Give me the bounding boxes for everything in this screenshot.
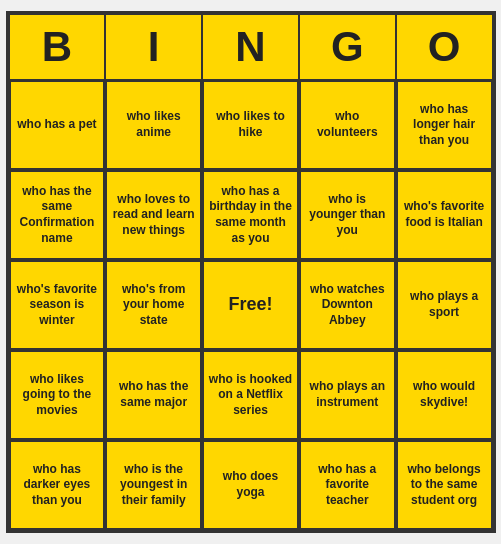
bingo-cell-11[interactable]: who's from your home state [105, 260, 202, 350]
bingo-letter-I: I [105, 14, 202, 80]
bingo-cell-18[interactable]: who plays an instrument [299, 350, 396, 440]
bingo-grid: who has a petwho likes animewho likes to… [9, 80, 493, 530]
bingo-cell-15[interactable]: who likes going to the movies [9, 350, 106, 440]
bingo-cell-12[interactable]: Free! [202, 260, 299, 350]
bingo-cell-1[interactable]: who likes anime [105, 80, 202, 170]
bingo-cell-7[interactable]: who has a birthday in the same month as … [202, 170, 299, 260]
bingo-letter-O: O [396, 14, 493, 80]
bingo-cell-4[interactable]: who has longer hair than you [396, 80, 493, 170]
bingo-cell-3[interactable]: who volunteers [299, 80, 396, 170]
bingo-letter-N: N [202, 14, 299, 80]
bingo-cell-13[interactable]: who watches Downton Abbey [299, 260, 396, 350]
bingo-cell-2[interactable]: who likes to hike [202, 80, 299, 170]
bingo-cell-17[interactable]: who is hooked on a Netflix series [202, 350, 299, 440]
bingo-cell-20[interactable]: who has darker eyes than you [9, 440, 106, 530]
bingo-cell-14[interactable]: who plays a sport [396, 260, 493, 350]
bingo-cell-8[interactable]: who is younger than you [299, 170, 396, 260]
bingo-cell-5[interactable]: who has the same Confirmation name [9, 170, 106, 260]
bingo-cell-21[interactable]: who is the youngest in their family [105, 440, 202, 530]
bingo-cell-22[interactable]: who does yoga [202, 440, 299, 530]
bingo-cell-24[interactable]: who belongs to the same student org [396, 440, 493, 530]
bingo-cell-6[interactable]: who loves to read and learn new things [105, 170, 202, 260]
bingo-cell-23[interactable]: who has a favorite teacher [299, 440, 396, 530]
bingo-card: BINGO who has a petwho likes animewho li… [6, 11, 496, 533]
bingo-letter-B: B [9, 14, 106, 80]
bingo-cell-16[interactable]: who has the same major [105, 350, 202, 440]
bingo-cell-0[interactable]: who has a pet [9, 80, 106, 170]
bingo-header: BINGO [9, 14, 493, 80]
bingo-letter-G: G [299, 14, 396, 80]
bingo-cell-9[interactable]: who's favorite food is Italian [396, 170, 493, 260]
bingo-cell-19[interactable]: who would skydive! [396, 350, 493, 440]
bingo-cell-10[interactable]: who's favorite season is winter [9, 260, 106, 350]
